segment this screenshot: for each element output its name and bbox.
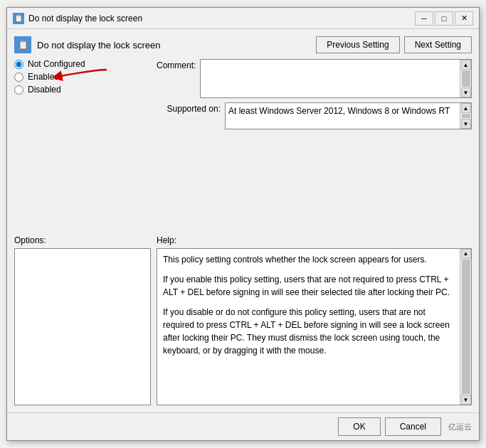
title-bar-left: 📋 Do not display the lock screen — [13, 13, 142, 24]
previous-setting-button[interactable]: Previous Setting — [316, 36, 399, 53]
cancel-button[interactable]: Cancel — [385, 417, 441, 436]
dialog-content: 📋 Do not display the lock screen Previou… — [7, 29, 479, 412]
not-configured-radio-item[interactable]: Not Configured — [14, 59, 149, 69]
ok-button[interactable]: OK — [338, 417, 380, 436]
comment-label: Comment: — [157, 59, 196, 70]
header-buttons: Previous Setting Next Setting — [316, 36, 472, 53]
watermark: 亿运云 — [448, 422, 472, 432]
supported-box: At least Windows Server 2012, Windows 8 … — [225, 102, 472, 129]
comment-scrollbar[interactable]: ▲ ▼ — [460, 60, 471, 97]
help-panel: Help: This policy setting controls wheth… — [157, 235, 472, 406]
title-controls: ─ □ ✕ — [415, 11, 473, 26]
supported-scrollbar[interactable]: ▲ ▼ — [460, 103, 471, 129]
disabled-radio[interactable] — [14, 85, 23, 95]
window-title: Do not display the lock screen — [28, 14, 142, 23]
supported-scroll-thumb[interactable] — [462, 114, 470, 118]
help-para-3: If you disable or do not configure this … — [163, 306, 454, 357]
header-title-section: 📋 Do not display the lock screen — [14, 36, 160, 53]
header-title: Do not display the lock screen — [37, 40, 160, 50]
left-panel: Not Configured Enabled — [14, 59, 157, 230]
comment-box: ▲ ▼ — [200, 59, 472, 98]
lower-section: Options: Help: This policy setting contr… — [14, 235, 472, 406]
header-icon: 📋 — [14, 36, 31, 53]
comment-scroll-thumb[interactable] — [462, 70, 470, 87]
disabled-radio-item[interactable]: Disabled — [14, 85, 149, 95]
window-icon: 📋 — [13, 13, 24, 24]
footer: OK Cancel 亿运云 — [7, 412, 479, 440]
supported-label: Supported on: — [157, 102, 221, 114]
title-bar: 📋 Do not display the lock screen ─ □ ✕ — [7, 8, 479, 29]
main-window: 📋 Do not display the lock screen ─ □ ✕ 📋… — [6, 7, 480, 441]
help-para-1: This policy setting controls whether the… — [163, 253, 454, 266]
help-scroll-thumb[interactable] — [462, 260, 470, 395]
help-scrollbar[interactable]: ▲ ▼ — [460, 249, 471, 405]
comment-section: Comment: ▲ ▼ — [157, 59, 472, 98]
options-label: Options: — [14, 235, 151, 245]
comment-scroll-up[interactable]: ▲ — [461, 60, 471, 70]
help-box: This policy setting controls whether the… — [157, 248, 472, 406]
options-panel: Options: — [14, 235, 157, 406]
help-scroll-up[interactable]: ▲ — [461, 249, 471, 259]
disabled-label: Disabled — [28, 85, 61, 95]
comment-scroll-down[interactable]: ▼ — [461, 87, 471, 97]
help-text: This policy setting controls whether the… — [157, 249, 460, 405]
enabled-radio-item[interactable]: Enabled — [14, 72, 59, 82]
supported-scroll-down[interactable]: ▼ — [461, 119, 471, 129]
header-row: 📋 Do not display the lock screen Previou… — [14, 36, 472, 53]
not-configured-radio[interactable] — [14, 60, 23, 69]
minimize-button[interactable]: ─ — [415, 11, 433, 26]
main-section: Not Configured Enabled — [14, 59, 472, 230]
help-label: Help: — [157, 235, 472, 245]
help-para-2: If you enable this policy setting, users… — [163, 273, 454, 299]
comment-textarea[interactable] — [201, 60, 460, 97]
help-scroll-down[interactable]: ▼ — [461, 395, 471, 405]
close-button[interactable]: ✕ — [455, 11, 473, 26]
enabled-label: Enabled — [28, 72, 59, 82]
enabled-radio[interactable] — [14, 73, 23, 82]
radio-group: Not Configured Enabled — [14, 59, 149, 95]
supported-section: Supported on: At least Windows Server 20… — [157, 102, 472, 129]
not-configured-label: Not Configured — [28, 59, 85, 69]
supported-text: At least Windows Server 2012, Windows 8 … — [226, 103, 460, 129]
options-box — [14, 248, 151, 406]
right-panel: Comment: ▲ ▼ Supported on: At least — [157, 59, 472, 230]
supported-scroll-up[interactable]: ▲ — [461, 103, 471, 113]
maximize-button[interactable]: □ — [435, 11, 453, 26]
next-setting-button[interactable]: Next Setting — [404, 36, 472, 53]
